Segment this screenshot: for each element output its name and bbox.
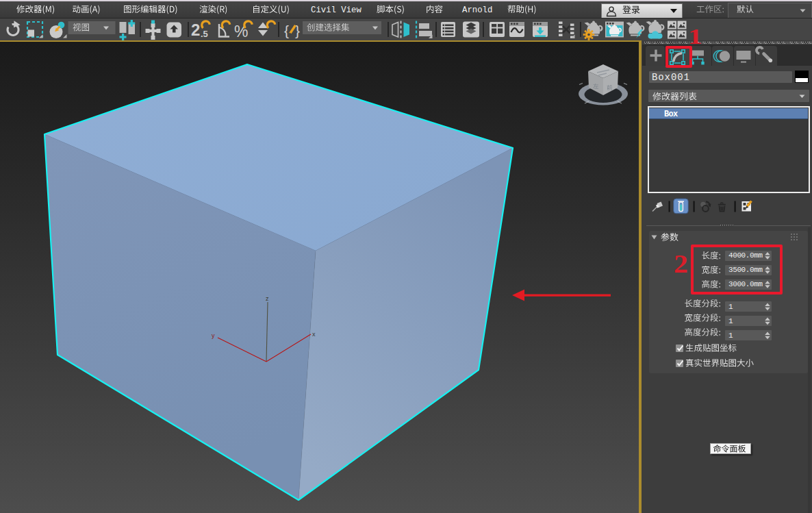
svg-text:y: y — [212, 332, 215, 339]
svg-text:x: x — [312, 331, 316, 338]
svg-text:%: % — [234, 23, 248, 40]
svg-text:.5: .5 — [201, 29, 208, 39]
svg-text:{: { — [284, 23, 289, 38]
svg-text:}: } — [295, 23, 300, 38]
svg-text:z: z — [266, 295, 269, 302]
svg-text:2: 2 — [191, 21, 200, 39]
